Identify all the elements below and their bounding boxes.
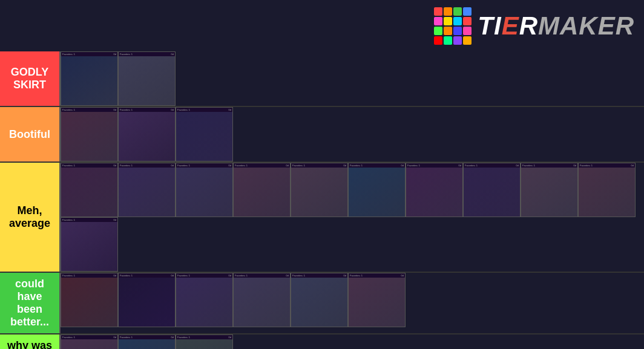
logo-cell	[463, 7, 472, 16]
tier-label-why: why was this in the game?	[0, 334, 61, 349]
card-count: Favorites: 1	[292, 164, 305, 167]
item-card[interactable]: Ballroom Entrance Limited time item avai…	[118, 273, 176, 327]
card-count: Favorites: 1	[62, 108, 75, 111]
item-card[interactable]: Magical Enchantress Roblox game item des…	[291, 273, 348, 327]
logo-cell	[453, 17, 462, 25]
tier-label-meh: Meh, average	[0, 163, 61, 272]
card-time: 0d	[114, 53, 116, 56]
tier-row-could: could have been better... Draping Train …	[0, 273, 644, 334]
logo-cell	[434, 27, 442, 35]
logo-cell	[434, 17, 442, 25]
card-time: 0d	[114, 274, 116, 277]
item-card[interactable]: Real Life Mermaid Limited time item avai…	[348, 163, 406, 217]
item-card[interactable]: Guardian of Love and Jus... Limited time…	[233, 273, 291, 327]
logo-cell	[463, 36, 472, 45]
tier-items-could: Draping Train Rose Dress Roblox game ite…	[61, 273, 644, 333]
item-card[interactable]: Miss Lady Rose Roblox game item descript…	[291, 163, 348, 217]
card-count: Favorites: 1	[62, 164, 75, 167]
tier-label-bootiful: Bootiful	[0, 107, 61, 161]
logo-cell	[444, 27, 452, 35]
card-time: 0d	[114, 164, 116, 167]
logo-cell	[434, 36, 442, 45]
card-count: Favorites: 1	[235, 164, 248, 167]
logo-cell	[453, 36, 462, 45]
tier-row-bootiful: Bootiful Valentish Morning & Dreami... R…	[0, 107, 644, 163]
item-card[interactable]: Pleated Skirt Limited time item availabl…	[348, 273, 406, 327]
card-time: 0d	[631, 164, 634, 167]
card-time: 0d	[229, 108, 231, 111]
card-time: 0d	[171, 108, 174, 111]
card-time: 0d	[401, 274, 404, 277]
logo: TiERMAKER	[434, 7, 634, 45]
item-card[interactable]: Myer Manor Royal Mini Skirt Limited time…	[463, 163, 521, 217]
item-card[interactable]: Secret Fairy in the Birdcage Roblox game…	[61, 163, 118, 217]
card-count: Favorites: 1	[350, 164, 363, 167]
logo-cell	[453, 7, 462, 16]
card-count: Favorites: 1	[177, 274, 190, 277]
card-time: 0d	[286, 274, 289, 277]
card-count: Favorites: 1	[580, 164, 593, 167]
tier-label-godly: GODLY SKIRT	[0, 51, 61, 106]
card-count: Favorites: 1	[62, 274, 75, 277]
item-card[interactable]: Narrow Empress Jeweled S... Roblox game …	[176, 273, 233, 327]
card-time: 0d	[459, 164, 461, 167]
card-count: Favorites: 1	[177, 336, 190, 339]
card-count: Favorites: 1	[522, 164, 535, 167]
item-card[interactable]: Birdcage Cage Roblox game item descripti…	[176, 163, 233, 217]
card-time: 0d	[114, 218, 116, 221]
card-count: Favorites: 1	[120, 53, 133, 56]
tier-row-meh: Meh, average Secret Fairy in the Birdcag…	[0, 163, 644, 273]
logo-tier: Ti	[478, 11, 501, 40]
card-count: Favorites: 1	[407, 164, 420, 167]
card-time: 0d	[344, 274, 346, 277]
tier-items-meh: Secret Fairy in the Birdcage Roblox game…	[61, 163, 644, 272]
item-card[interactable]: Faeries Nightmare Magical Ski... Roblox …	[61, 51, 118, 106]
logo-cell	[463, 27, 472, 35]
item-card[interactable]: Royal Stroll in the Garden... Limited ti…	[233, 163, 291, 217]
item-card[interactable]: Large Train Bow Skirt Limited time item …	[118, 51, 176, 106]
logo-cell	[434, 7, 442, 16]
card-time: 0d	[171, 53, 174, 56]
item-card[interactable]: Cottage Princess Roblox game item descri…	[176, 334, 233, 349]
card-count: Favorites: 1	[292, 274, 305, 277]
card-time: 0d	[171, 164, 174, 167]
card-count: Favorites: 1	[62, 53, 75, 56]
header: TiERMAKER	[0, 0, 644, 51]
card-time: 0d	[114, 108, 116, 111]
item-card[interactable]: Devi... Limited time item available now.…	[118, 107, 176, 161]
logo-cell	[444, 7, 452, 16]
card-time: 0d	[171, 274, 174, 277]
card-time: 0d	[401, 164, 404, 167]
logo-cell	[444, 36, 452, 45]
card-count: Favorites: 1	[120, 336, 133, 339]
tier-row-why: why was this in the game? Miniskirt Robl…	[0, 334, 644, 349]
tier-items-why: Miniskirt Roblox game item description t…	[61, 334, 644, 349]
item-card[interactable]: Draping Train Rose Dress Roblox game ite…	[61, 273, 118, 327]
card-count: Favorites: 1	[120, 164, 133, 167]
item-card[interactable]: Queen of the Ocean Limited time item ava…	[118, 334, 176, 349]
item-card[interactable]: Rosemary Blossom Ski... Roblox game item…	[521, 163, 578, 217]
item-card[interactable]: Fluffy Velvet Rose Mini Skirt Roblox gam…	[406, 163, 463, 217]
card-count: Favorites: 1	[350, 274, 363, 277]
item-card[interactable]: Miniskirt Roblox game item description t…	[61, 334, 118, 349]
tier-label-could: could have been better...	[0, 273, 61, 333]
item-card[interactable]: Starlight Goddess Ultimate Pi... Roblox …	[61, 217, 118, 272]
card-count: Favorites: 1	[120, 108, 133, 111]
item-card[interactable]: Sparkly Party: Birt... Limited time item…	[118, 163, 176, 217]
tier-items-bootiful: Valentish Morning & Dreami... Roblox gam…	[61, 107, 644, 161]
logo-cell	[444, 17, 452, 25]
card-count: Favorites: 1	[177, 108, 190, 111]
card-time: 0d	[286, 164, 289, 167]
logo-cell	[453, 27, 462, 35]
tier-rows: GODLY SKIRT Faeries Nightmare Magical Sk…	[0, 51, 644, 349]
item-card[interactable]: Midnight Mademoiselle Roblox game item d…	[176, 107, 233, 161]
item-card[interactable]: Sparkly Spring Limited time item availab…	[578, 163, 636, 217]
tier-row-godly: GODLY SKIRT Faeries Nightmare Magical Sk…	[0, 51, 644, 107]
card-count: Favorites: 1	[120, 274, 133, 277]
item-card[interactable]: Valentish Morning & Dreami... Roblox gam…	[61, 107, 118, 161]
card-count: Favorites: 1	[235, 274, 248, 277]
card-time: 0d	[171, 336, 174, 339]
card-time: 0d	[574, 164, 576, 167]
card-time: 0d	[114, 336, 116, 339]
card-count: Favorites: 1	[177, 164, 190, 167]
